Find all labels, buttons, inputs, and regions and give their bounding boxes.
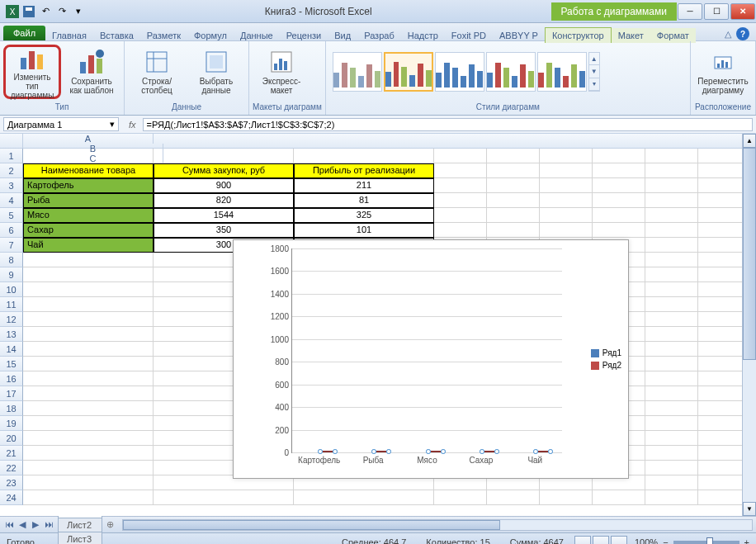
row-header-3[interactable]: 3 [0, 178, 23, 193]
cell-H17[interactable] [645, 386, 698, 401]
gallery-scroll[interactable]: ▲▼▾ [588, 52, 600, 92]
cell-H5[interactable] [645, 208, 698, 223]
new-sheet-icon[interactable]: ⊕ [102, 519, 119, 530]
cell-A8[interactable] [23, 253, 154, 267]
cell-H1[interactable] [645, 149, 698, 163]
close-button[interactable]: ✕ [730, 3, 755, 20]
cell-F24[interactable] [540, 490, 593, 505]
row-header-22[interactable]: 22 [0, 461, 23, 475]
cell-B24[interactable] [154, 490, 294, 505]
cell-H3[interactable] [645, 178, 698, 193]
cell-H22[interactable] [645, 461, 698, 475]
cell-F3[interactable] [540, 178, 593, 193]
cell-A12[interactable] [23, 312, 154, 327]
cell-A7[interactable]: Чай [23, 238, 154, 253]
name-box[interactable]: Диаграмма 1 ▾ [3, 117, 119, 131]
bar-Ряд2-Картофель[interactable] [319, 451, 336, 452]
scroll-up-icon[interactable]: ▲ [743, 134, 756, 148]
cell-B2[interactable]: Сумма закупок, руб [154, 163, 294, 178]
cell-E5[interactable] [487, 208, 540, 223]
zoom-level[interactable]: 100% [635, 537, 658, 545]
view-page-layout-button[interactable] [593, 536, 609, 545]
cell-G4[interactable] [593, 193, 645, 208]
cell-A4[interactable]: Рыба [23, 193, 154, 208]
cell-C6[interactable]: 101 [294, 223, 434, 238]
save-as-template-button[interactable]: Сохранить как шаблон [63, 45, 120, 99]
cell-F6[interactable] [540, 223, 593, 238]
cell-G24[interactable] [593, 490, 645, 505]
express-layout-button[interactable]: Экспресс-макет [253, 45, 310, 99]
cell-H10[interactable] [645, 282, 698, 297]
chart-style-2[interactable] [384, 52, 433, 92]
cell-H6[interactable] [645, 223, 698, 238]
row-header-14[interactable]: 14 [0, 342, 23, 357]
cell-H11[interactable] [645, 297, 698, 312]
zoom-slider[interactable] [673, 541, 739, 544]
cell-G5[interactable] [593, 208, 645, 223]
cell-A13[interactable] [23, 327, 154, 342]
cell-D2[interactable] [434, 163, 487, 178]
row-header-9[interactable]: 9 [0, 267, 23, 282]
cell-C3[interactable]: 211 [294, 178, 434, 193]
horizontal-scrollbar[interactable] [122, 519, 753, 531]
row-header-24[interactable]: 24 [0, 490, 23, 505]
move-chart-button[interactable]: Переместить диаграмму [694, 45, 752, 99]
cell-A15[interactable] [23, 357, 154, 371]
sheet-nav-last-icon[interactable]: ⏭ [43, 519, 54, 530]
cell-G2[interactable] [593, 163, 645, 178]
switch-row-column-button[interactable]: Строка/столбец [128, 45, 186, 99]
row-header-6[interactable]: 6 [0, 223, 23, 238]
cell-H8[interactable] [645, 253, 698, 267]
row-header-15[interactable]: 15 [0, 357, 23, 371]
save-icon[interactable] [21, 4, 36, 19]
cell-D1[interactable] [434, 149, 487, 163]
minimize-button[interactable]: ─ [678, 3, 702, 20]
sheet-tab-Лист2[interactable]: Лист2 [58, 518, 102, 532]
cell-A10[interactable] [23, 282, 154, 297]
chart-style-3[interactable] [435, 52, 484, 92]
chart-plot-area[interactable]: 020040060080010001200140016001800Картофе… [291, 248, 562, 453]
cell-A14[interactable] [23, 342, 154, 357]
cell-B4[interactable]: 820 [154, 193, 294, 208]
cell-H19[interactable] [645, 416, 698, 431]
cell-H9[interactable] [645, 267, 698, 282]
row-header-17[interactable]: 17 [0, 386, 23, 401]
change-chart-type-button[interactable]: Изменить тип диаграммы [3, 45, 61, 99]
sheet-nav-next-icon[interactable]: ▶ [30, 519, 41, 530]
maximize-button[interactable]: ☐ [704, 3, 729, 20]
cell-H14[interactable] [645, 342, 698, 357]
name-box-dropdown-icon[interactable]: ▾ [110, 119, 115, 130]
zoom-in-icon[interactable]: + [744, 537, 749, 545]
redo-icon[interactable]: ↷ [54, 4, 69, 19]
row-header-12[interactable]: 12 [0, 312, 23, 327]
cell-H15[interactable] [645, 357, 698, 371]
cell-A19[interactable] [23, 416, 154, 431]
row-header-16[interactable]: 16 [0, 371, 23, 386]
row-header-10[interactable]: 10 [0, 282, 23, 297]
cell-B3[interactable]: 900 [154, 178, 294, 193]
cell-A6[interactable]: Сахар [23, 223, 154, 238]
cell-D3[interactable] [434, 178, 487, 193]
legend-item-Ряд1[interactable]: Ряд1 [591, 348, 621, 357]
cell-A11[interactable] [23, 297, 154, 312]
formula-input[interactable]: =РЯД(;Лист1!$A$3:$A$7;Лист1!$C$3:$C$7;2) [143, 118, 753, 131]
row-header-23[interactable]: 23 [0, 475, 23, 490]
cell-A17[interactable] [23, 386, 154, 401]
cell-A20[interactable] [23, 431, 154, 446]
cell-C4[interactable]: 81 [294, 193, 434, 208]
row-header-7[interactable]: 7 [0, 238, 23, 253]
cell-H23[interactable] [645, 475, 698, 490]
cell-H13[interactable] [645, 327, 698, 342]
cell-H4[interactable] [645, 193, 698, 208]
cell-A3[interactable]: Картофель [23, 178, 154, 193]
chart-style-4[interactable] [486, 52, 536, 92]
cell-A2[interactable]: Наименование товара [23, 163, 154, 178]
view-normal-button[interactable] [574, 536, 591, 545]
cell-D5[interactable] [434, 208, 487, 223]
zoom-out-icon[interactable]: − [663, 537, 668, 545]
cell-H24[interactable] [645, 490, 698, 505]
column-header-A[interactable]: A [23, 134, 154, 144]
help-icon[interactable]: ? [736, 27, 749, 40]
cell-A21[interactable] [23, 446, 154, 461]
cell-A1[interactable] [23, 149, 154, 163]
